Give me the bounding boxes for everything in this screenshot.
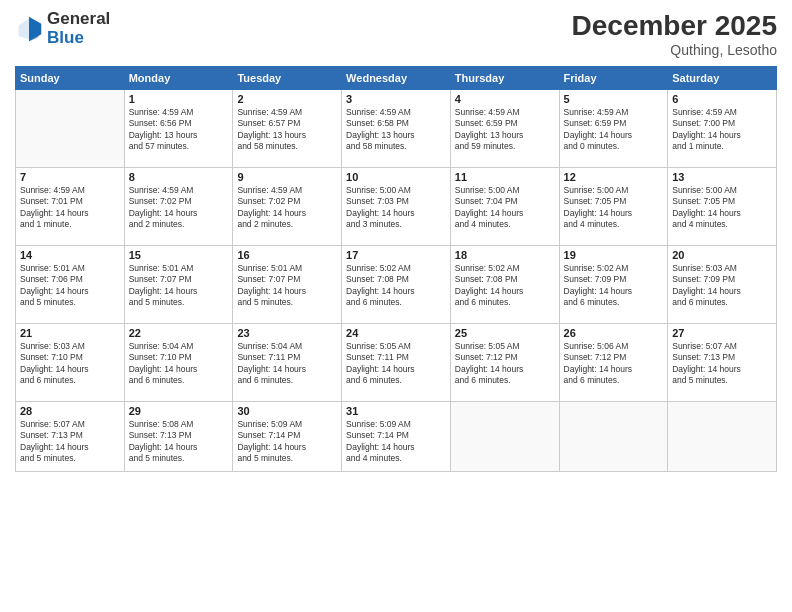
day-cell: 26Sunrise: 5:06 AM Sunset: 7:12 PM Dayli… <box>559 324 668 402</box>
day-number: 15 <box>129 249 229 261</box>
day-number: 20 <box>672 249 772 261</box>
day-info: Sunrise: 5:00 AM Sunset: 7:03 PM Dayligh… <box>346 185 446 231</box>
day-number: 16 <box>237 249 337 261</box>
day-cell: 9Sunrise: 4:59 AM Sunset: 7:02 PM Daylig… <box>233 168 342 246</box>
day-cell: 5Sunrise: 4:59 AM Sunset: 6:59 PM Daylig… <box>559 90 668 168</box>
day-number: 26 <box>564 327 664 339</box>
day-cell: 4Sunrise: 4:59 AM Sunset: 6:59 PM Daylig… <box>450 90 559 168</box>
day-info: Sunrise: 5:01 AM Sunset: 7:06 PM Dayligh… <box>20 263 120 309</box>
day-cell <box>559 402 668 472</box>
day-number: 25 <box>455 327 555 339</box>
day-number: 3 <box>346 93 446 105</box>
day-cell: 18Sunrise: 5:02 AM Sunset: 7:08 PM Dayli… <box>450 246 559 324</box>
day-cell: 30Sunrise: 5:09 AM Sunset: 7:14 PM Dayli… <box>233 402 342 472</box>
header-cell-sunday: Sunday <box>16 67 125 90</box>
day-number: 24 <box>346 327 446 339</box>
day-cell: 15Sunrise: 5:01 AM Sunset: 7:07 PM Dayli… <box>124 246 233 324</box>
location-subtitle: Quthing, Lesotho <box>572 42 777 58</box>
header-cell-tuesday: Tuesday <box>233 67 342 90</box>
day-info: Sunrise: 5:01 AM Sunset: 7:07 PM Dayligh… <box>129 263 229 309</box>
day-info: Sunrise: 5:01 AM Sunset: 7:07 PM Dayligh… <box>237 263 337 309</box>
day-info: Sunrise: 5:00 AM Sunset: 7:05 PM Dayligh… <box>564 185 664 231</box>
day-cell: 17Sunrise: 5:02 AM Sunset: 7:08 PM Dayli… <box>342 246 451 324</box>
header-row: SundayMondayTuesdayWednesdayThursdayFrid… <box>16 67 777 90</box>
day-number: 12 <box>564 171 664 183</box>
logo: General Blue <box>15 10 110 47</box>
day-cell: 19Sunrise: 5:02 AM Sunset: 7:09 PM Dayli… <box>559 246 668 324</box>
day-info: Sunrise: 5:03 AM Sunset: 7:09 PM Dayligh… <box>672 263 772 309</box>
day-info: Sunrise: 5:09 AM Sunset: 7:14 PM Dayligh… <box>237 419 337 465</box>
day-info: Sunrise: 5:08 AM Sunset: 7:13 PM Dayligh… <box>129 419 229 465</box>
header-cell-monday: Monday <box>124 67 233 90</box>
day-cell: 23Sunrise: 5:04 AM Sunset: 7:11 PM Dayli… <box>233 324 342 402</box>
day-cell: 2Sunrise: 4:59 AM Sunset: 6:57 PM Daylig… <box>233 90 342 168</box>
day-info: Sunrise: 5:06 AM Sunset: 7:12 PM Dayligh… <box>564 341 664 387</box>
svg-marker-2 <box>29 16 41 41</box>
day-info: Sunrise: 4:59 AM Sunset: 6:57 PM Dayligh… <box>237 107 337 153</box>
day-info: Sunrise: 4:59 AM Sunset: 6:59 PM Dayligh… <box>455 107 555 153</box>
day-cell <box>16 90 125 168</box>
day-number: 31 <box>346 405 446 417</box>
day-info: Sunrise: 4:59 AM Sunset: 6:58 PM Dayligh… <box>346 107 446 153</box>
week-row-3: 14Sunrise: 5:01 AM Sunset: 7:06 PM Dayli… <box>16 246 777 324</box>
logo-line1: General <box>47 10 110 29</box>
day-info: Sunrise: 5:05 AM Sunset: 7:11 PM Dayligh… <box>346 341 446 387</box>
day-info: Sunrise: 4:59 AM Sunset: 7:02 PM Dayligh… <box>129 185 229 231</box>
month-title: December 2025 <box>572 10 777 42</box>
day-cell: 12Sunrise: 5:00 AM Sunset: 7:05 PM Dayli… <box>559 168 668 246</box>
day-number: 1 <box>129 93 229 105</box>
week-row-5: 28Sunrise: 5:07 AM Sunset: 7:13 PM Dayli… <box>16 402 777 472</box>
day-number: 30 <box>237 405 337 417</box>
logo-line2: Blue <box>47 29 110 48</box>
day-info: Sunrise: 5:07 AM Sunset: 7:13 PM Dayligh… <box>672 341 772 387</box>
day-cell <box>450 402 559 472</box>
day-number: 9 <box>237 171 337 183</box>
day-number: 14 <box>20 249 120 261</box>
day-cell: 3Sunrise: 4:59 AM Sunset: 6:58 PM Daylig… <box>342 90 451 168</box>
day-cell: 27Sunrise: 5:07 AM Sunset: 7:13 PM Dayli… <box>668 324 777 402</box>
day-number: 27 <box>672 327 772 339</box>
day-cell: 16Sunrise: 5:01 AM Sunset: 7:07 PM Dayli… <box>233 246 342 324</box>
day-cell <box>668 402 777 472</box>
day-number: 23 <box>237 327 337 339</box>
day-number: 11 <box>455 171 555 183</box>
day-info: Sunrise: 5:00 AM Sunset: 7:05 PM Dayligh… <box>672 185 772 231</box>
day-cell: 6Sunrise: 4:59 AM Sunset: 7:00 PM Daylig… <box>668 90 777 168</box>
day-number: 19 <box>564 249 664 261</box>
page: General Blue December 2025 Quthing, Leso… <box>0 0 792 612</box>
day-info: Sunrise: 4:59 AM Sunset: 7:01 PM Dayligh… <box>20 185 120 231</box>
day-number: 4 <box>455 93 555 105</box>
day-info: Sunrise: 4:59 AM Sunset: 6:56 PM Dayligh… <box>129 107 229 153</box>
day-number: 6 <box>672 93 772 105</box>
day-cell: 20Sunrise: 5:03 AM Sunset: 7:09 PM Dayli… <box>668 246 777 324</box>
day-cell: 10Sunrise: 5:00 AM Sunset: 7:03 PM Dayli… <box>342 168 451 246</box>
day-cell: 14Sunrise: 5:01 AM Sunset: 7:06 PM Dayli… <box>16 246 125 324</box>
day-cell: 31Sunrise: 5:09 AM Sunset: 7:14 PM Dayli… <box>342 402 451 472</box>
day-number: 18 <box>455 249 555 261</box>
title-block: December 2025 Quthing, Lesotho <box>572 10 777 58</box>
day-info: Sunrise: 5:04 AM Sunset: 7:11 PM Dayligh… <box>237 341 337 387</box>
day-info: Sunrise: 4:59 AM Sunset: 7:02 PM Dayligh… <box>237 185 337 231</box>
header-cell-friday: Friday <box>559 67 668 90</box>
day-number: 5 <box>564 93 664 105</box>
day-info: Sunrise: 5:05 AM Sunset: 7:12 PM Dayligh… <box>455 341 555 387</box>
day-cell: 29Sunrise: 5:08 AM Sunset: 7:13 PM Dayli… <box>124 402 233 472</box>
day-cell: 13Sunrise: 5:00 AM Sunset: 7:05 PM Dayli… <box>668 168 777 246</box>
day-cell: 22Sunrise: 5:04 AM Sunset: 7:10 PM Dayli… <box>124 324 233 402</box>
day-info: Sunrise: 5:02 AM Sunset: 7:08 PM Dayligh… <box>346 263 446 309</box>
day-number: 22 <box>129 327 229 339</box>
day-info: Sunrise: 5:09 AM Sunset: 7:14 PM Dayligh… <box>346 419 446 465</box>
day-info: Sunrise: 5:07 AM Sunset: 7:13 PM Dayligh… <box>20 419 120 465</box>
day-info: Sunrise: 4:59 AM Sunset: 6:59 PM Dayligh… <box>564 107 664 153</box>
day-cell: 28Sunrise: 5:07 AM Sunset: 7:13 PM Dayli… <box>16 402 125 472</box>
day-number: 17 <box>346 249 446 261</box>
day-number: 8 <box>129 171 229 183</box>
day-number: 21 <box>20 327 120 339</box>
header-cell-saturday: Saturday <box>668 67 777 90</box>
day-cell: 21Sunrise: 5:03 AM Sunset: 7:10 PM Dayli… <box>16 324 125 402</box>
day-cell: 25Sunrise: 5:05 AM Sunset: 7:12 PM Dayli… <box>450 324 559 402</box>
day-info: Sunrise: 5:02 AM Sunset: 7:09 PM Dayligh… <box>564 263 664 309</box>
day-number: 10 <box>346 171 446 183</box>
day-info: Sunrise: 5:03 AM Sunset: 7:10 PM Dayligh… <box>20 341 120 387</box>
calendar-table: SundayMondayTuesdayWednesdayThursdayFrid… <box>15 66 777 472</box>
